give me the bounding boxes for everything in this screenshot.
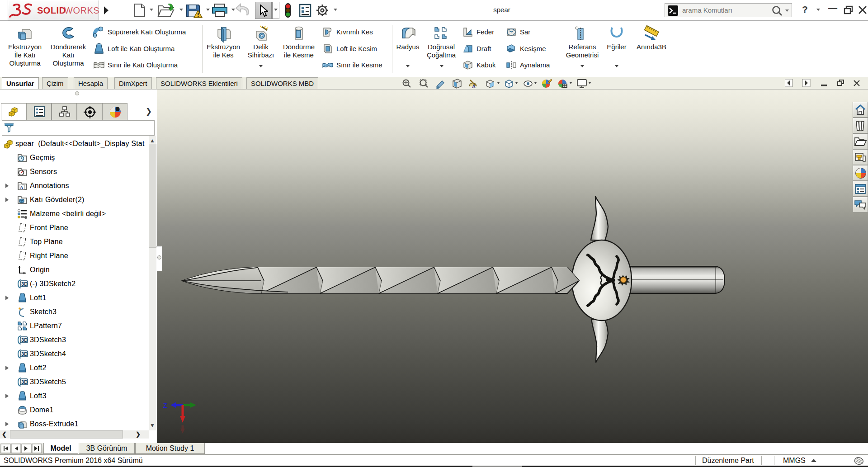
svg-text:Z: Z — [163, 402, 167, 409]
svg-text:A: A — [20, 185, 24, 190]
svg-text:3D: 3D — [21, 337, 28, 343]
svg-text:3D: 3D — [21, 281, 28, 287]
svg-text:3D: 3D — [21, 351, 28, 357]
svg-text:WORKS: WORKS — [64, 5, 99, 15]
svg-text:SOLID: SOLID — [37, 5, 66, 15]
svg-text:3D: 3D — [21, 379, 28, 385]
svg-text:A: A — [472, 84, 476, 89]
